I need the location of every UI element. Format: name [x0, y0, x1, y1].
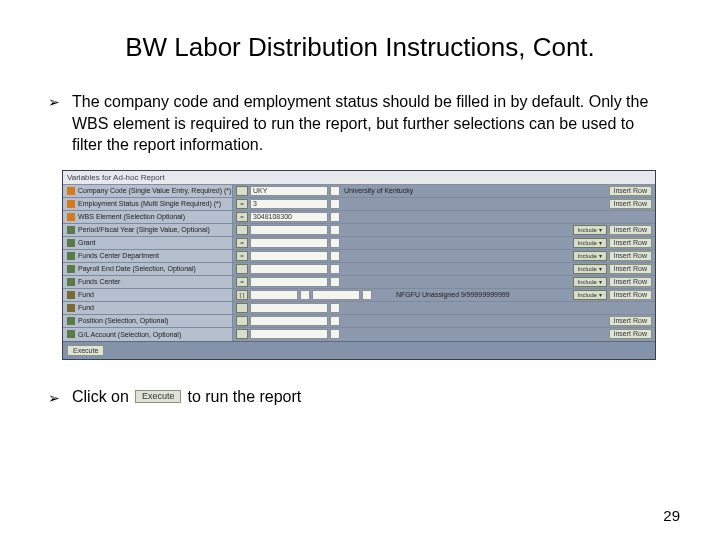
operator-dropdown[interactable]: = — [236, 277, 248, 287]
value-input[interactable] — [250, 264, 328, 274]
insert-row-button[interactable]: Insert Row — [609, 264, 652, 274]
value-input[interactable]: UKY — [250, 186, 328, 196]
optional-icon — [67, 252, 75, 260]
row-label: Funds Center Department — [63, 250, 233, 262]
value-input[interactable] — [250, 225, 328, 235]
row-right: Insert Row — [609, 198, 655, 210]
bullet-arrow-icon: ➢ — [48, 390, 62, 406]
row-label: Fund — [63, 302, 233, 314]
operator-dropdown[interactable] — [236, 316, 248, 326]
optional-icon — [67, 278, 75, 286]
sshot-row: Funds Center=Include ▾Insert Row — [63, 276, 655, 289]
execute-button[interactable]: Execute — [67, 345, 104, 356]
row-middle: = — [233, 276, 573, 288]
insert-row-button[interactable]: Insert Row — [609, 251, 652, 261]
bullet-2-suffix: to run the report — [187, 388, 301, 406]
operator-dropdown[interactable] — [236, 303, 248, 313]
bullet-1: ➢ The company code and employment status… — [0, 91, 720, 156]
row-middle — [233, 315, 609, 327]
row-right: Insert Row — [609, 315, 655, 327]
include-dropdown[interactable]: Include ▾ — [573, 238, 607, 248]
row-right: Include ▾Insert Row — [573, 276, 655, 288]
insert-row-button[interactable]: Insert Row — [609, 329, 652, 339]
gear-icon — [67, 291, 75, 299]
required-icon — [67, 200, 75, 208]
insert-row-button[interactable]: Insert Row — [609, 277, 652, 287]
include-dropdown[interactable]: Include ▾ — [573, 290, 607, 300]
lookup-icon[interactable] — [330, 303, 340, 313]
lookup-icon[interactable] — [330, 225, 340, 235]
row-middle: UKYUniversity of Kentucky — [233, 185, 609, 197]
row-right — [652, 302, 655, 314]
bullet-arrow-icon: ➢ — [48, 93, 62, 112]
include-dropdown[interactable]: Include ▾ — [573, 225, 607, 235]
row-label: Period/Fiscal Year (Single Value, Option… — [63, 224, 233, 236]
lookup-icon[interactable] — [330, 251, 340, 261]
insert-row-button[interactable]: Insert Row — [609, 290, 652, 300]
operator-dropdown[interactable]: = — [236, 212, 248, 222]
operator-dropdown[interactable] — [236, 225, 248, 235]
row-label-text: Payroll End Date (Selection, Optional) — [78, 265, 196, 272]
row-label: WBS Element (Selection Optional) — [63, 211, 233, 223]
page-number: 29 — [663, 507, 680, 524]
lookup-icon[interactable] — [330, 277, 340, 287]
insert-row-button[interactable]: Insert Row — [609, 225, 652, 235]
value-description: University of Kentucky — [342, 187, 413, 194]
row-label-text: G/L Account (Selection, Optional) — [78, 331, 181, 338]
row-right: Include ▾Insert Row — [573, 250, 655, 262]
page-title: BW Labor Distribution Instructions, Cont… — [0, 0, 720, 91]
row-right: Insert Row — [609, 185, 655, 197]
lookup-icon[interactable] — [330, 316, 340, 326]
gear-icon — [67, 304, 75, 312]
lookup-icon[interactable] — [330, 264, 340, 274]
lookup-icon[interactable] — [330, 199, 340, 209]
lookup-icon[interactable] — [362, 290, 372, 300]
sshot-row: Fund — [63, 302, 655, 315]
operator-dropdown[interactable]: = — [236, 251, 248, 261]
lookup-icon[interactable] — [300, 290, 310, 300]
value-input[interactable] — [250, 316, 328, 326]
row-label-text: Company Code (Single Value Entry, Requir… — [78, 187, 231, 194]
row-label: Company Code (Single Value Entry, Requir… — [63, 185, 233, 197]
operator-dropdown[interactable]: [ ] — [236, 290, 248, 300]
value-input[interactable]: 3 — [250, 199, 328, 209]
operator-dropdown[interactable]: = — [236, 199, 248, 209]
value-input[interactable] — [250, 251, 328, 261]
value-input[interactable] — [250, 290, 298, 300]
insert-row-button[interactable]: Insert Row — [609, 186, 652, 196]
row-middle: = — [233, 250, 573, 262]
value-input[interactable] — [250, 238, 328, 248]
row-label-text: WBS Element (Selection Optional) — [78, 213, 185, 220]
operator-dropdown[interactable] — [236, 186, 248, 196]
lookup-icon[interactable] — [330, 186, 340, 196]
value-input[interactable] — [250, 303, 328, 313]
lookup-icon[interactable] — [330, 329, 340, 339]
sshot-titlebar: Variables for Ad-hoc Report — [63, 171, 655, 185]
sshot-row: Position (Selection, Optional)Insert Row — [63, 315, 655, 328]
row-middle — [233, 302, 652, 314]
value-input[interactable] — [250, 277, 328, 287]
execute-button-inline[interactable]: Execute — [135, 390, 182, 403]
optional-icon — [67, 239, 75, 247]
value-input[interactable]: 3048108300 — [250, 212, 328, 222]
lookup-icon[interactable] — [330, 212, 340, 222]
row-middle — [233, 263, 573, 275]
lookup-icon[interactable] — [330, 238, 340, 248]
operator-dropdown[interactable]: = — [236, 238, 248, 248]
value-input[interactable] — [250, 329, 328, 339]
insert-row-button[interactable]: Insert Row — [609, 199, 652, 209]
insert-row-button[interactable]: Insert Row — [609, 238, 652, 248]
optional-icon — [67, 330, 75, 338]
include-dropdown[interactable]: Include ▾ — [573, 251, 607, 261]
include-dropdown[interactable]: Include ▾ — [573, 264, 607, 274]
row-label: Fund — [63, 289, 233, 301]
sshot-row: Grant=Include ▾Insert Row — [63, 237, 655, 250]
row-label: Funds Center — [63, 276, 233, 288]
value-input-2[interactable] — [312, 290, 360, 300]
include-dropdown[interactable]: Include ▾ — [573, 277, 607, 287]
row-right: Include ▾Insert Row — [573, 263, 655, 275]
operator-dropdown[interactable] — [236, 329, 248, 339]
insert-row-button[interactable]: Insert Row — [609, 316, 652, 326]
operator-dropdown[interactable] — [236, 264, 248, 274]
sshot-footer: Execute — [63, 341, 655, 359]
